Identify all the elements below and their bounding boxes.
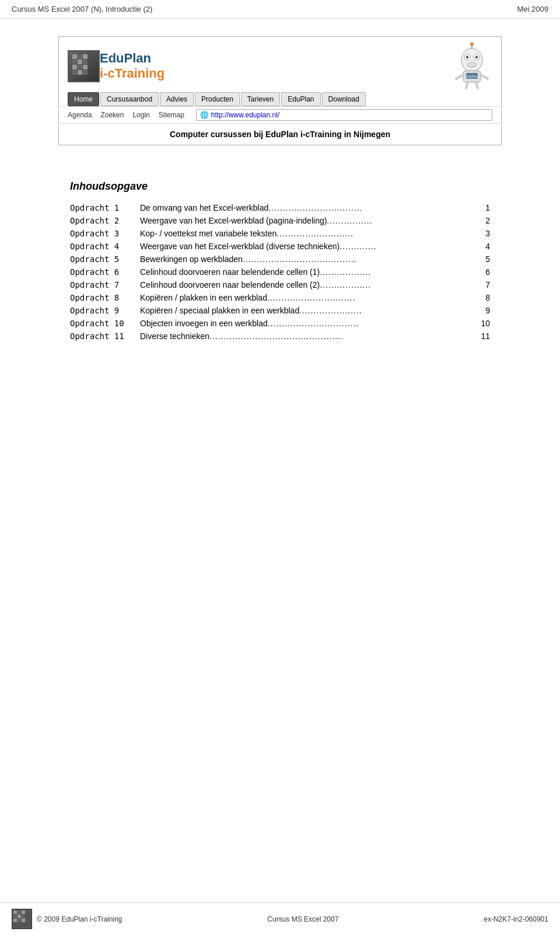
toc-section: Inhoudsopgave Opdracht 1 De omvang van h… (23, 169, 537, 354)
svg-rect-1 (78, 54, 82, 59)
svg-rect-6 (72, 65, 77, 69)
svg-point-17 (467, 62, 477, 67)
svg-rect-11 (83, 70, 88, 75)
toc-item-page: 3 (473, 227, 490, 240)
toc-item-page: 5 (473, 253, 490, 266)
eduplan-header: EduPlan i-cTraining (59, 37, 501, 89)
toc-item-description: Kopiëren / speciaal plakken in een werkb… (140, 304, 473, 317)
toc-item-label: Opdracht 10 (70, 317, 140, 330)
toc-item-description: Diverse technieken......................… (140, 330, 473, 343)
toc-item-description: Weergave van het Excel-werkblad (pagina-… (140, 214, 473, 227)
svg-rect-35 (22, 919, 25, 922)
svg-point-15 (466, 56, 468, 58)
toc-item-label: Opdracht 8 (70, 291, 140, 304)
svg-rect-4 (78, 60, 82, 64)
toc-item-page: 4 (473, 240, 490, 253)
svg-rect-27 (13, 910, 17, 914)
svg-rect-30 (13, 915, 17, 918)
svg-rect-32 (22, 915, 25, 918)
svg-line-23 (466, 82, 468, 88)
toc-item-page: 2 (473, 214, 490, 227)
svg-point-16 (475, 56, 478, 58)
toc-row: Opdracht 6 Celinhoud doorvoeren naar bel… (70, 266, 490, 278)
toc-row: Opdracht 10 Objecten invoegen in een wer… (70, 317, 490, 330)
toc-row: Opdracht 3 Kop- / voettekst met variabel… (70, 227, 490, 240)
nav-cursusaanbod[interactable]: Cursusaanbod (100, 92, 159, 106)
url-text: http://www.eduplan.nl/ (211, 111, 279, 119)
nav-primary: Home Cursusaanbod Advies Producten Tarie… (59, 89, 501, 106)
footer-code: ex-N2K7-in2-060901 (484, 915, 548, 923)
nav-home[interactable]: Home (68, 92, 99, 106)
toc-item-label: Opdracht 2 (70, 214, 140, 227)
toc-item-page: 10 (473, 317, 490, 330)
toc-item-description: De omvang van het Excel-werkblad........… (140, 201, 473, 214)
nav-producten[interactable]: Producten (195, 92, 240, 106)
url-globe-icon: 🌐 (200, 111, 209, 119)
toc-row: Opdracht 8 Kopiëren / plakken in een wer… (70, 291, 490, 304)
toc-item-page: 8 (473, 291, 490, 304)
website-screenshot: EduPlan i-cTraining (58, 36, 502, 145)
svg-line-22 (481, 75, 488, 79)
toc-item-page: 7 (473, 278, 490, 291)
svg-rect-9 (72, 70, 77, 75)
svg-rect-7 (78, 65, 82, 69)
svg-rect-8 (83, 65, 88, 69)
toc-item-description: Objecten invoegen in een werkblad.......… (140, 317, 473, 330)
toc-row: Opdracht 2 Weergave van het Excel-werkbl… (70, 214, 490, 227)
website-tagline: Computer cursussen bij EduPlan i-cTraini… (59, 123, 501, 145)
toc-item-label: Opdracht 4 (70, 240, 140, 253)
toc-item-label: Opdracht 7 (70, 278, 140, 291)
toc-item-description: Celinhoud doorvoeren naar belendende cel… (140, 266, 473, 278)
eduplan-mascot: EduPlan (452, 43, 492, 89)
nav-zoeken[interactable]: Zoeken (100, 111, 124, 119)
toc-item-page: 9 (473, 304, 490, 317)
svg-line-24 (476, 82, 478, 88)
toc-row: Opdracht 1 De omvang van het Excel-werkb… (70, 201, 490, 214)
eduplan-logo-text: EduPlan i-cTraining (100, 51, 164, 81)
toc-item-page: 11 (473, 330, 490, 343)
toc-item-description: Weergave van het Excel-werkblad (diverse… (140, 240, 473, 253)
url-bar: 🌐 http://www.eduplan.nl/ (196, 109, 492, 121)
toc-title: Inhoudsopgave (70, 180, 490, 193)
svg-rect-33 (13, 919, 17, 922)
svg-rect-5 (83, 60, 88, 64)
svg-rect-31 (18, 915, 21, 918)
toc-item-description: Bewerkingen op werkbladen...............… (140, 253, 473, 266)
toc-item-description: Kop- / voettekst met variabele teksten..… (140, 227, 473, 240)
toc-table: Opdracht 1 De omvang van het Excel-werkb… (70, 201, 490, 343)
svg-rect-10 (78, 70, 82, 75)
toc-row: Opdracht 5 Bewerkingen op werkbladen....… (70, 253, 490, 266)
eduplan-brand-name: EduPlan (100, 51, 164, 66)
svg-rect-2 (83, 54, 88, 59)
toc-item-label: Opdracht 11 (70, 330, 140, 343)
toc-item-page: 1 (473, 201, 490, 214)
nav-advies[interactable]: Advies (160, 92, 194, 106)
svg-line-21 (456, 75, 463, 79)
page-header-date: Mei 2009 (517, 5, 548, 13)
toc-item-label: Opdracht 9 (70, 304, 140, 317)
toc-item-page: 6 (473, 266, 490, 278)
page-header-title: Cursus MS Excel 2007 (N), Introductie (2… (12, 5, 152, 13)
footer-logo-icon (12, 909, 32, 929)
svg-rect-28 (18, 910, 21, 914)
nav-sitemap[interactable]: Sitemap (159, 111, 184, 119)
svg-point-19 (470, 43, 474, 46)
toc-row: Opdracht 9 Kopiëren / speciaal plakken i… (70, 304, 490, 317)
toc-item-label: Opdracht 5 (70, 253, 140, 266)
nav-agenda[interactable]: Agenda (68, 111, 92, 119)
footer-left: © 2009 EduPlan i-cTraining (12, 909, 122, 929)
nav-download[interactable]: Download (322, 92, 366, 106)
nav-eduplan[interactable]: EduPlan (281, 92, 320, 106)
toc-item-label: Opdracht 3 (70, 227, 140, 240)
footer-copyright: © 2009 EduPlan i-cTraining (37, 915, 122, 923)
eduplan-logo-icon (68, 50, 100, 82)
nav-tarieven[interactable]: Tarieven (241, 92, 280, 106)
nav-login[interactable]: Login (132, 111, 149, 119)
page-footer: © 2009 EduPlan i-cTraining Cursus MS Exc… (0, 902, 560, 935)
toc-item-label: Opdracht 6 (70, 266, 140, 278)
footer-course: Cursus MS Excel 2007 (267, 915, 338, 923)
toc-row: Opdracht 11 Diverse technieken..........… (70, 330, 490, 343)
svg-rect-3 (72, 60, 77, 64)
toc-item-description: Kopiëren / plakken in een werkblad......… (140, 291, 473, 304)
toc-row: Opdracht 7 Celinhoud doorvoeren naar bel… (70, 278, 490, 291)
